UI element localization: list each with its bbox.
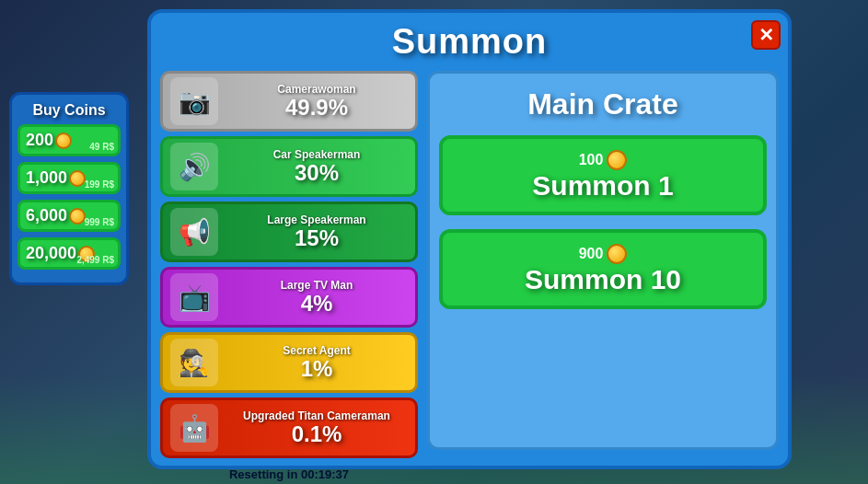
item-row: 📢 Large Speakerman 15% — [160, 202, 418, 262]
item-icon: 📷 — [170, 77, 218, 125]
item-name: Car Speakerman — [226, 148, 408, 161]
item-info: Secret Agent 1% — [226, 344, 408, 382]
item-name: Large Speakerman — [226, 213, 408, 226]
item-pct: 15% — [226, 226, 408, 250]
coin-icon — [69, 170, 86, 187]
item-pct: 30% — [226, 161, 408, 185]
item-icon: 📺 — [170, 273, 218, 321]
main-crate-title: Main Crate — [527, 87, 678, 121]
coin-option[interactable]: 1,000 199 R$ — [17, 162, 121, 194]
coin-icon-lg — [607, 244, 627, 264]
buy-coins-panel: Buy Coins 200 49 R$ 1,000 199 R$ 6,000 9… — [9, 92, 129, 285]
close-button[interactable]: ✕ — [751, 20, 781, 50]
coin-price: 999 R$ — [85, 217, 114, 227]
item-icon: 📢 — [170, 208, 218, 256]
item-name: Secret Agent — [226, 344, 408, 357]
summon-button[interactable]: 100 Summon 1 — [439, 135, 767, 215]
summon-btn-cost: 900 — [452, 244, 754, 264]
reset-timer: Resetting in 00:19:37 — [160, 467, 418, 481]
item-name: Upgraded Titan Cameraman — [226, 409, 408, 422]
item-pct: 0.1% — [226, 422, 408, 446]
coin-icon-lg — [607, 150, 627, 170]
item-row: 📷 Camerawoman 49.9% — [160, 71, 418, 132]
coin-options-list: 200 49 R$ 1,000 199 R$ 6,000 999 R$ 20,0… — [17, 124, 121, 270]
summon-title: Summon — [160, 22, 779, 62]
item-name: Camerawoman — [226, 83, 408, 96]
item-name: Large TV Man — [226, 279, 408, 292]
items-container: 📷 Camerawoman 49.9% 🔊 Car Speakerman 30%… — [160, 71, 418, 458]
item-pct: 4% — [226, 292, 408, 316]
summon-button[interactable]: 900 Summon 10 — [439, 229, 767, 309]
item-icon: 🤖 — [170, 404, 218, 452]
coin-icon — [55, 133, 72, 149]
item-pct: 1% — [226, 357, 408, 381]
item-row: 📺 Large TV Man 4% — [160, 267, 418, 328]
coin-option[interactable]: 6,000 999 R$ — [17, 200, 121, 232]
item-info: Large Speakerman 15% — [226, 213, 408, 251]
summon-btn-label: Summon 1 — [452, 170, 754, 201]
item-row: 🕵 Secret Agent 1% — [160, 332, 418, 393]
coin-price: 49 R$ — [89, 142, 114, 152]
summon-buttons-container: 100 Summon 1 900 Summon 10 — [439, 135, 767, 309]
items-list: 📷 Camerawoman 49.9% 🔊 Car Speakerman 30%… — [160, 71, 418, 450]
item-icon: 🕵 — [170, 339, 218, 386]
summon-content: 📷 Camerawoman 49.9% 🔊 Car Speakerman 30%… — [160, 71, 779, 450]
item-info: Large TV Man 4% — [226, 279, 408, 317]
summon-btn-label: Summon 10 — [452, 264, 754, 294]
item-info: Car Speakerman 30% — [226, 148, 408, 186]
summon-btn-cost: 100 — [452, 150, 754, 170]
item-info: Upgraded Titan Cameraman 0.1% — [226, 409, 408, 447]
coin-price: 199 R$ — [85, 179, 114, 190]
coin-icon — [69, 208, 86, 225]
buy-coins-title: Buy Coins — [17, 102, 121, 119]
item-pct: 49.9% — [226, 96, 408, 120]
item-icon: 🔊 — [170, 143, 218, 190]
coin-option[interactable]: 20,000 2,499 R$ — [17, 237, 121, 270]
item-row: 🤖 Upgraded Titan Cameraman 0.1% — [160, 398, 418, 458]
item-row: 🔊 Car Speakerman 30% — [160, 136, 418, 197]
main-crate-panel: Main Crate 100 Summon 1 900 Summon 10 — [427, 71, 779, 450]
item-info: Camerawoman 49.9% — [226, 83, 408, 121]
coin-option[interactable]: 200 49 R$ — [17, 124, 121, 156]
coin-price: 2,499 R$ — [76, 255, 114, 265]
summon-panel: ✕ Summon 📷 Camerawoman 49.9% 🔊 Car Speak… — [147, 9, 792, 469]
